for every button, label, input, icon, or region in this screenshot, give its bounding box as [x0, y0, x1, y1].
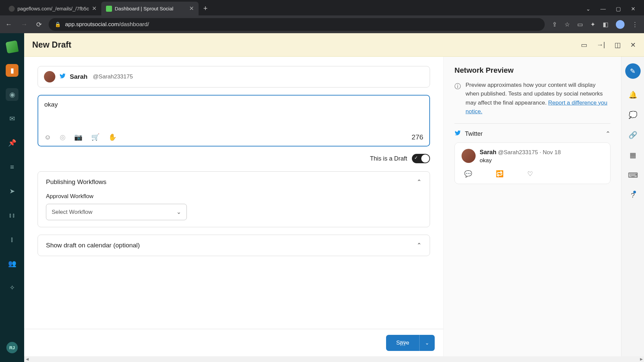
back-button[interactable]: ←: [3, 18, 14, 30]
forward-button[interactable]: →: [19, 18, 30, 30]
retweet-icon[interactable]: 🔁: [496, 170, 504, 178]
help-icon[interactable]: ?: [631, 191, 635, 199]
favicon-icon: [106, 6, 112, 12]
scroll-right-icon[interactable]: ▶: [638, 357, 644, 361]
compose-footer: Save ⬚ ⌄: [24, 329, 443, 356]
tweet-body: okay: [480, 157, 561, 164]
tab-close-icon[interactable]: ✕: [92, 5, 97, 12]
nav-star-icon[interactable]: ✧: [6, 281, 18, 294]
apps-icon[interactable]: ▦: [630, 151, 636, 159]
twitter-icon: [454, 130, 461, 138]
reload-button[interactable]: ⟳: [34, 18, 44, 31]
nav-analytics-icon[interactable]: ⫾⫾: [6, 209, 18, 222]
new-tab-button[interactable]: +: [199, 1, 212, 15]
draft-toggle[interactable]: ✓: [412, 154, 430, 163]
profile-avatar-icon[interactable]: [616, 20, 625, 29]
camera-icon[interactable]: 📷: [74, 133, 83, 141]
reply-icon[interactable]: 💬: [464, 170, 472, 178]
section-title: Publishing Workflows: [46, 178, 106, 186]
compose-box: okay ☺ ◎ 📷 🛒 ✋ 276: [38, 95, 430, 146]
browser-tab-active[interactable]: Dashboard | Sprout Social ✕: [101, 2, 199, 15]
nav-compass-icon[interactable]: ◉: [6, 88, 18, 101]
address-bar: ← → ⟳ 🔒 app.sproutsocial.com/dashboard/ …: [0, 15, 644, 33]
keyboard-icon[interactable]: ⌨: [628, 171, 638, 179]
feedback-icon[interactable]: 💭: [629, 111, 637, 119]
notifications-icon[interactable]: 🔔: [629, 91, 637, 99]
window-controls: ⌄ ― ▢ ✕: [586, 6, 644, 15]
nav-pin-icon[interactable]: 📌: [6, 136, 18, 149]
nav-dashboard-icon[interactable]: ▮: [6, 64, 18, 77]
workflow-select[interactable]: Select Workflow ⌄: [46, 204, 187, 220]
maximize-icon[interactable]: ▢: [616, 6, 621, 12]
compose-header: New Draft ▭ →| ◫ ✕: [24, 33, 644, 57]
nav-inbox-icon[interactable]: ✉: [6, 112, 18, 125]
user-avatar[interactable]: RJ: [6, 342, 18, 353]
network-header[interactable]: Twitter ⌃: [454, 130, 610, 138]
chevron-down-icon: ⌄: [176, 208, 181, 216]
compose-textarea[interactable]: okay: [44, 101, 423, 130]
bookmark-icon[interactable]: ☆: [565, 21, 570, 28]
target-icon[interactable]: ◎: [60, 133, 65, 141]
tab-title: pageflows.com/_/emails/_/7fb5c: [17, 6, 89, 11]
page-title: New Draft: [32, 40, 71, 50]
product-icon[interactable]: 🛒: [91, 133, 100, 141]
profile-avatar: [44, 71, 55, 82]
tweet-avatar: [462, 149, 476, 163]
collapse-right-icon[interactable]: →|: [597, 41, 605, 49]
browser-tab-strip: pageflows.com/_/emails/_/7fb5c ✕ Dashboa…: [0, 0, 644, 15]
minimize-composer-icon[interactable]: ▭: [581, 41, 587, 49]
close-window-icon[interactable]: ✕: [631, 6, 635, 12]
emoji-icon[interactable]: ☺: [44, 133, 51, 141]
sprout-logo-icon[interactable]: [5, 40, 18, 53]
preview-column: Network Preview ⓘ Preview approximates h…: [443, 57, 621, 362]
workflows-header[interactable]: Publishing Workflows ⌃: [46, 178, 422, 186]
minimize-icon[interactable]: ―: [600, 6, 606, 12]
section-title: Show draft on calendar (optional): [46, 242, 140, 249]
chevron-up-icon: ⌃: [605, 130, 610, 137]
tab-title: Dashboard | Sprout Social: [115, 6, 186, 11]
left-nav-rail: ▮ ◉ ✉ 📌 ≡ ➤ ⫾⫾ ⫿ 👥 ✧ RJ: [0, 33, 24, 362]
profile-name: Sarah: [70, 73, 88, 80]
browser-tab[interactable]: pageflows.com/_/emails/_/7fb5c ✕: [4, 2, 101, 15]
char-count: 276: [412, 133, 423, 141]
profile-selector[interactable]: Sarah @Sarah233175: [38, 66, 430, 87]
calendar-header[interactable]: Show draft on calendar (optional) ⌃: [46, 242, 422, 249]
tweet-handle: @Sarah233175 · Nov 18: [498, 149, 560, 156]
url-input[interactable]: 🔒 app.sproutsocial.com/dashboard/: [49, 18, 545, 31]
save-button[interactable]: Save ⬚: [386, 335, 419, 351]
horizontal-scrollbar[interactable]: ◀ ▶: [24, 356, 644, 362]
chevron-up-icon: ⌃: [417, 178, 422, 186]
nav-reports-icon[interactable]: ⫿: [6, 233, 18, 246]
compose-fab[interactable]: ✎: [625, 63, 641, 79]
info-icon: ⓘ: [454, 81, 461, 116]
tweet-name: Sarah: [480, 149, 496, 156]
close-composer-icon[interactable]: ✕: [630, 41, 636, 49]
tab-close-icon[interactable]: ✕: [189, 5, 194, 12]
draft-toggle-label: This is a Draft: [370, 155, 407, 162]
nav-send-icon[interactable]: ➤: [6, 185, 18, 197]
sidepanel-icon[interactable]: ◧: [603, 21, 608, 28]
toggle-knob: [421, 155, 429, 163]
lock-icon: 🔒: [55, 21, 61, 27]
preview-title: Network Preview: [454, 66, 610, 75]
link-icon[interactable]: 🔗: [629, 131, 637, 139]
scroll-left-icon[interactable]: ◀: [24, 357, 30, 361]
select-placeholder: Select Workflow: [52, 209, 93, 216]
right-rail: ✎ 🔔 💭 🔗 ▦ ⌨ ?: [621, 57, 644, 362]
workflows-section: Publishing Workflows ⌃ Approval Workflow…: [38, 171, 430, 227]
share-icon[interactable]: ⇪: [552, 21, 557, 28]
nav-people-icon[interactable]: 👥: [6, 257, 18, 270]
save-options-button[interactable]: ⌄: [419, 335, 435, 351]
menu-icon[interactable]: ⋮: [632, 21, 638, 28]
extensions-icon[interactable]: ✦: [590, 21, 595, 28]
preview-info-text: Preview approximates how your content wi…: [466, 81, 610, 116]
install-icon[interactable]: ▭: [577, 21, 583, 28]
like-icon[interactable]: ♡: [527, 170, 533, 178]
favicon-icon: [9, 6, 15, 12]
chevron-up-icon: ⌃: [417, 242, 422, 249]
nav-list-icon[interactable]: ≡: [6, 161, 18, 173]
network-name: Twitter: [465, 130, 601, 137]
panel-icon[interactable]: ◫: [614, 41, 621, 49]
asset-icon[interactable]: ✋: [108, 133, 117, 141]
tab-search-icon[interactable]: ⌄: [586, 6, 590, 12]
